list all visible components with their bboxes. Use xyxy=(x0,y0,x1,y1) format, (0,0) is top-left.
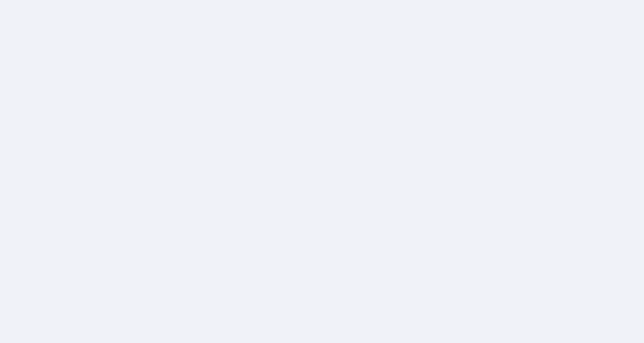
arrows-svg xyxy=(0,0,644,343)
diagram-container xyxy=(0,0,644,343)
